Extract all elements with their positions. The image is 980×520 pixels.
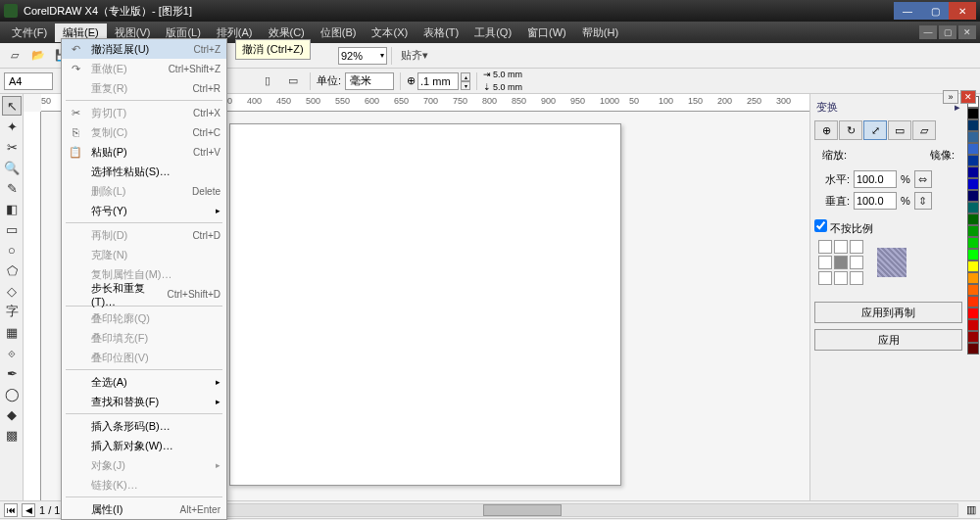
- color-swatch[interactable]: [967, 249, 979, 260]
- crop-tool[interactable]: ✂: [2, 137, 22, 157]
- color-swatch[interactable]: [967, 178, 979, 190]
- freehand-tool[interactable]: ✎: [2, 178, 22, 198]
- h-input[interactable]: [854, 170, 897, 188]
- interactive-fill-tool[interactable]: ▩: [2, 425, 22, 445]
- outline-tool[interactable]: ◯: [2, 384, 22, 403]
- h-scrollbar[interactable]: [167, 503, 958, 517]
- color-swatch[interactable]: [967, 331, 979, 343]
- pick-tool[interactable]: ↖: [2, 96, 22, 116]
- rectangle-tool[interactable]: ▭: [2, 219, 22, 239]
- tab-position[interactable]: ⊕: [814, 120, 838, 140]
- dup-y-spin[interactable]: ⇣5.0 mm: [483, 81, 522, 94]
- polygon-tool[interactable]: ⬠: [2, 260, 22, 280]
- color-swatch[interactable]: [967, 131, 979, 143]
- open-button[interactable]: 📂: [27, 45, 49, 67]
- zoom-tool[interactable]: 🔍: [2, 158, 22, 177]
- color-swatch[interactable]: [967, 319, 979, 331]
- color-swatch[interactable]: [967, 284, 979, 296]
- color-swatch[interactable]: [967, 190, 979, 202]
- menu-6[interactable]: 位图(B): [313, 24, 365, 42]
- shape-tool[interactable]: ✦: [2, 117, 22, 136]
- tab-size[interactable]: ▭: [888, 120, 911, 140]
- menu-item[interactable]: 符号(Y)▸: [62, 201, 226, 220]
- basic-shapes-tool[interactable]: ◇: [2, 281, 22, 301]
- menu-item[interactable]: 全选(A)▸: [62, 372, 226, 392]
- paper-size-combo[interactable]: A4: [4, 72, 53, 90]
- color-swatch[interactable]: [967, 166, 979, 178]
- menu-11[interactable]: 帮助(H): [574, 24, 626, 42]
- apply-button[interactable]: 应用: [814, 329, 962, 351]
- palette-nav-icon[interactable]: ▥: [966, 503, 976, 516]
- menu-9[interactable]: 工具(Q): [466, 24, 519, 42]
- menu-item[interactable]: 步长和重复(T)…Ctrl+Shift+D: [62, 284, 226, 304]
- menu-item: ⎘复制(C)Ctrl+C: [62, 122, 226, 142]
- color-swatch[interactable]: [967, 260, 979, 272]
- doc-close[interactable]: ✕: [958, 25, 976, 39]
- tab-scale[interactable]: ⤢: [863, 120, 887, 140]
- color-swatch[interactable]: [967, 202, 979, 213]
- menu-10[interactable]: 窗口(W): [519, 24, 574, 42]
- scale-label: 缩放:: [822, 148, 847, 163]
- color-swatch[interactable]: [967, 155, 979, 166]
- color-swatch[interactable]: [967, 213, 979, 225]
- prev-page[interactable]: ◀: [22, 503, 35, 517]
- smart-fill-tool[interactable]: ◧: [2, 199, 22, 218]
- snap-dropdown[interactable]: 贴齐 ▾: [396, 45, 433, 67]
- close-button[interactable]: ✕: [949, 2, 976, 20]
- ellipse-tool[interactable]: ○: [2, 240, 22, 260]
- apply-duplicate-button[interactable]: 应用到再制: [814, 302, 962, 323]
- doc-min[interactable]: —: [919, 25, 937, 39]
- v-input[interactable]: [854, 192, 897, 210]
- menu-8[interactable]: 表格(T): [416, 24, 466, 42]
- table-tool[interactable]: ▦: [2, 322, 22, 342]
- menu-7[interactable]: 文本(X): [364, 24, 416, 42]
- color-swatch[interactable]: [967, 307, 979, 319]
- mirror-label: 镜像:: [930, 148, 955, 163]
- nudge-spin[interactable]: ⊕▴▾: [407, 72, 470, 90]
- page[interactable]: [229, 123, 621, 486]
- transform-docker: » ✕ 变换▸ ⊕ ↻ ⤢ ▭ ▱ 缩放: 镜像: 水平: % ⇔ 垂直: % …: [809, 94, 966, 500]
- text-tool[interactable]: 字: [2, 302, 22, 321]
- docker-collapse[interactable]: »: [943, 90, 958, 104]
- blend-tool[interactable]: ⟐: [2, 343, 22, 362]
- mirror-v-button[interactable]: ⇕: [914, 192, 932, 210]
- eyedropper-tool[interactable]: ✒: [2, 363, 22, 383]
- tab-skew[interactable]: ▱: [912, 120, 936, 140]
- minimize-button[interactable]: —: [894, 2, 921, 20]
- tab-rotate[interactable]: ↻: [839, 120, 862, 140]
- menu-item[interactable]: 属性(I)Alt+Enter: [62, 499, 226, 519]
- mirror-h-button[interactable]: ⇔: [914, 170, 932, 188]
- menu-item[interactable]: 📋粘贴(P)Ctrl+V: [62, 142, 226, 162]
- anchor-grid[interactable]: [818, 240, 863, 285]
- menu-item[interactable]: 插入条形码(B)…: [62, 416, 226, 436]
- edit-menu-dropdown: ↶撤消延展(U)Ctrl+Z↷重做(E)Ctrl+Shift+Z重复(R)Ctr…: [61, 38, 227, 520]
- landscape-button[interactable]: ▭: [282, 71, 304, 92]
- zoom-combo[interactable]: ▾: [338, 47, 387, 65]
- color-swatch[interactable]: [967, 225, 979, 237]
- color-swatch[interactable]: [967, 108, 979, 119]
- new-button[interactable]: ▱: [4, 45, 25, 67]
- menu-0[interactable]: 文件(F): [4, 24, 55, 42]
- maximize-button[interactable]: ▢: [921, 2, 949, 20]
- dup-x-spin[interactable]: ⇥5.0 mm: [483, 69, 522, 81]
- menu-item[interactable]: 插入新对象(W)…: [62, 436, 226, 455]
- doc-max[interactable]: ▢: [939, 25, 956, 39]
- menu-item[interactable]: 选择性粘贴(S)…: [62, 162, 226, 181]
- color-swatch[interactable]: [967, 237, 979, 249]
- docker-close[interactable]: ✕: [960, 90, 976, 104]
- color-swatch[interactable]: [967, 143, 979, 155]
- menu-item[interactable]: 查找和替换(F)▸: [62, 392, 226, 411]
- unit-combo[interactable]: 毫米: [345, 72, 394, 90]
- color-swatch[interactable]: [967, 296, 979, 307]
- color-swatch[interactable]: [967, 272, 979, 284]
- color-swatch[interactable]: [967, 343, 979, 355]
- menu-item[interactable]: ↶撤消延展(U)Ctrl+Z: [62, 39, 226, 59]
- keep-ratio-checkbox[interactable]: 不按比例: [814, 222, 873, 234]
- zoom-input[interactable]: [341, 50, 370, 62]
- menu-item: 克隆(N): [62, 245, 226, 264]
- portrait-button[interactable]: ▯: [257, 71, 278, 92]
- fill-tool[interactable]: ◆: [2, 404, 22, 424]
- color-swatch[interactable]: [967, 119, 979, 131]
- first-page[interactable]: ⏮: [4, 503, 18, 517]
- menu-item: 删除(L)Delete: [62, 181, 226, 201]
